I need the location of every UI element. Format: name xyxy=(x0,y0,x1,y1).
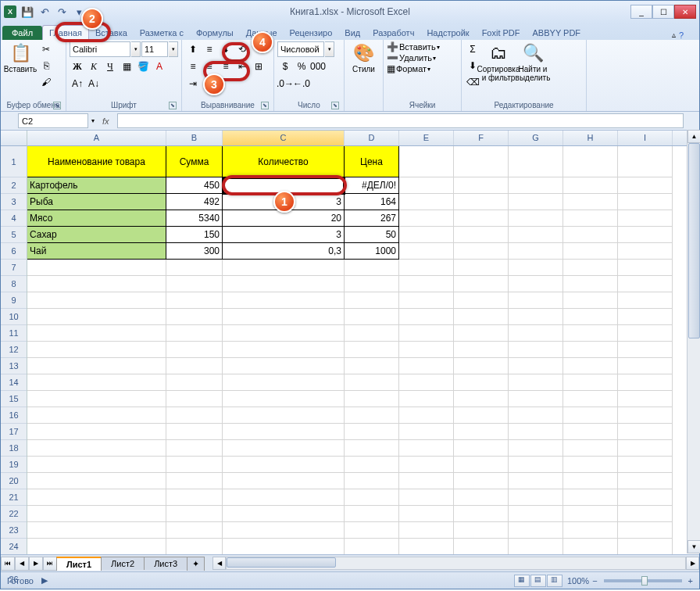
cell-H11[interactable] xyxy=(563,325,618,342)
copy-button[interactable]: ⎘ xyxy=(38,58,54,73)
cell-G24[interactable] xyxy=(509,539,563,554)
col-header-E[interactable]: E xyxy=(399,131,454,145)
cell-E10[interactable] xyxy=(399,309,454,325)
row-header-16[interactable]: 16 xyxy=(1,407,27,424)
cell-C2[interactable] xyxy=(223,177,345,194)
cell-B5[interactable]: 150 xyxy=(166,227,223,243)
cell-F23[interactable] xyxy=(454,522,509,539)
normal-view-button[interactable]: ▦ xyxy=(514,575,530,587)
currency-button[interactable]: $ xyxy=(277,59,293,74)
wrap-text-button[interactable]: ⏎ xyxy=(251,41,266,57)
page-layout-button[interactable]: ▤ xyxy=(530,575,546,587)
cell-I6[interactable] xyxy=(618,243,673,260)
cell-I9[interactable] xyxy=(618,292,673,309)
autosum-button[interactable]: Σ xyxy=(465,41,480,57)
border-button[interactable]: ▦ xyxy=(119,59,134,74)
cell-C4[interactable]: 20 xyxy=(223,210,345,227)
row-header-11[interactable]: 11 xyxy=(1,325,27,342)
tab-developer[interactable]: Разработч xyxy=(366,26,420,40)
row-header-2[interactable]: 2 xyxy=(1,177,27,194)
cell-E22[interactable] xyxy=(399,506,454,522)
col-header-C[interactable]: C xyxy=(223,131,345,145)
cell-A17[interactable] xyxy=(27,424,166,440)
shrink-font-button[interactable]: A↓ xyxy=(86,76,102,91)
cell-C13[interactable] xyxy=(223,358,345,374)
cell-D24[interactable] xyxy=(345,539,399,554)
merge-button[interactable]: ⊞ xyxy=(251,59,266,74)
cell-B20[interactable] xyxy=(166,473,223,489)
cell-G17[interactable] xyxy=(509,424,563,440)
cell-D2[interactable]: #ДЕЛ/0! xyxy=(345,177,399,194)
sheet-nav-first[interactable]: ⏮ xyxy=(1,557,15,571)
cell-G14[interactable] xyxy=(509,374,563,391)
row-header-22[interactable]: 22 xyxy=(1,506,27,522)
cell-I10[interactable] xyxy=(618,309,673,325)
cell-C11[interactable] xyxy=(223,325,345,342)
bold-button[interactable]: Ж xyxy=(70,59,85,74)
row-header-4[interactable]: 4 xyxy=(1,210,27,227)
cell-A14[interactable] xyxy=(27,374,166,391)
cell-H18[interactable] xyxy=(563,440,618,457)
align-left-button[interactable]: ≡ xyxy=(185,59,201,74)
cell-G11[interactable] xyxy=(509,325,563,342)
cell-A12[interactable] xyxy=(27,342,166,358)
cell-B6[interactable]: 300 xyxy=(166,243,223,260)
cell-E17[interactable] xyxy=(399,424,454,440)
cell-E5[interactable] xyxy=(399,227,454,243)
cell-F22[interactable] xyxy=(454,506,509,522)
cell-B7[interactable] xyxy=(166,260,223,276)
row-header-1[interactable]: 1 xyxy=(1,146,27,177)
namebox-dropdown[interactable]: ▾ xyxy=(91,117,95,124)
fx-icon[interactable]: fx xyxy=(98,116,114,126)
cut-button[interactable]: ✂ xyxy=(38,41,54,57)
cell-H3[interactable] xyxy=(563,194,618,210)
cell-H1[interactable] xyxy=(563,146,618,177)
cell-B11[interactable] xyxy=(166,325,223,342)
cell-E4[interactable] xyxy=(399,210,454,227)
cell-B12[interactable] xyxy=(166,342,223,358)
cell-G8[interactable] xyxy=(509,276,563,292)
cell-I2[interactable] xyxy=(618,177,673,194)
styles-button[interactable]: 🎨 Стили xyxy=(348,41,380,75)
cell-H22[interactable] xyxy=(563,506,618,522)
cell-A22[interactable] xyxy=(27,506,166,522)
cell-D8[interactable] xyxy=(345,276,399,292)
cell-G23[interactable] xyxy=(509,522,563,539)
cell-C16[interactable] xyxy=(223,407,345,424)
align-top-button[interactable]: ⬆ xyxy=(185,41,201,57)
cell-F15[interactable] xyxy=(454,391,509,407)
align-middle-button[interactable]: ≡ xyxy=(202,41,217,57)
cell-F19[interactable] xyxy=(454,457,509,473)
col-header-F[interactable]: F xyxy=(454,131,509,145)
cell-E9[interactable] xyxy=(399,292,454,309)
vertical-scrollbar[interactable]: ▲ ▼ xyxy=(687,130,700,553)
cell-H23[interactable] xyxy=(563,522,618,539)
cell-H12[interactable] xyxy=(563,342,618,358)
cell-D21[interactable] xyxy=(345,489,399,506)
cell-B4[interactable]: 5340 xyxy=(166,210,223,227)
font-launcher[interactable]: ⬊ xyxy=(169,102,177,109)
format-cells-button[interactable]: Формат xyxy=(396,64,427,73)
cell-D13[interactable] xyxy=(345,358,399,374)
col-header-D[interactable]: D xyxy=(345,131,399,145)
cell-A1[interactable]: Наименование товара xyxy=(27,146,166,177)
tab-review[interactable]: Рецензиро xyxy=(284,26,339,40)
cell-G16[interactable] xyxy=(509,407,563,424)
page-break-button[interactable]: ▥ xyxy=(547,575,562,587)
number-format-combo[interactable] xyxy=(277,41,324,57)
number-format-dropdown[interactable]: ▾ xyxy=(325,41,334,57)
cell-B19[interactable] xyxy=(166,457,223,473)
cell-I18[interactable] xyxy=(618,440,673,457)
cell-C10[interactable] xyxy=(223,309,345,325)
row-header-6[interactable]: 6 xyxy=(1,243,27,260)
cell-G15[interactable] xyxy=(509,391,563,407)
sheet-tab-1[interactable]: Лист1 xyxy=(56,557,102,571)
cell-F12[interactable] xyxy=(454,342,509,358)
cell-E20[interactable] xyxy=(399,473,454,489)
cell-H14[interactable] xyxy=(563,374,618,391)
cell-E12[interactable] xyxy=(399,342,454,358)
formula-bar[interactable] xyxy=(117,113,684,128)
cell-C1[interactable]: Количество xyxy=(223,146,345,177)
cell-H19[interactable] xyxy=(563,457,618,473)
row-header-8[interactable]: 8 xyxy=(1,276,27,292)
